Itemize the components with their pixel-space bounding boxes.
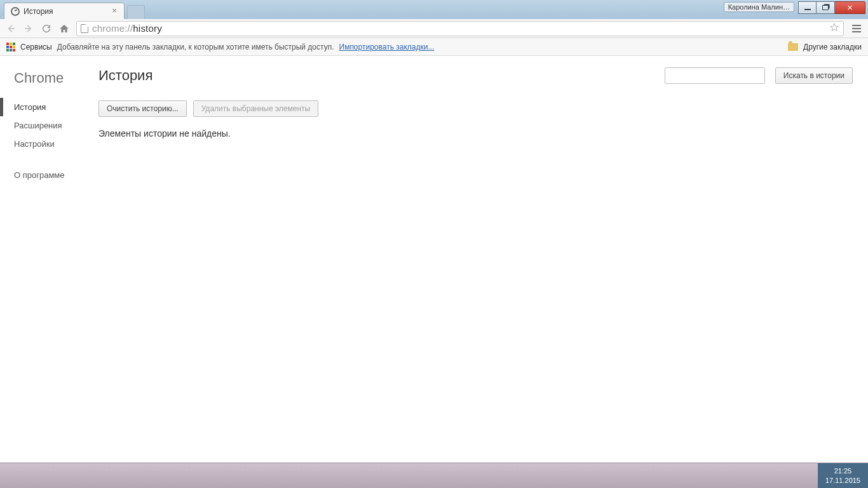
address-bar[interactable]: chrome://history (76, 21, 844, 36)
hamburger-icon (852, 25, 861, 26)
reload-button[interactable] (41, 23, 52, 34)
window-controls: ✕ (798, 1, 865, 14)
tray-date: 17.11.2015 (825, 476, 860, 485)
settings-sidebar: Chrome История Расширения Настройки О пр… (0, 56, 98, 463)
clock-icon (11, 7, 20, 16)
home-button[interactable] (58, 23, 70, 34)
star-icon (829, 22, 839, 32)
close-icon[interactable]: × (110, 7, 119, 16)
minimize-button[interactable] (798, 1, 817, 14)
tab-title: История (24, 7, 106, 16)
empty-state-text: Элементы истории не найдены. (98, 128, 853, 139)
bookmark-star-button[interactable] (829, 22, 839, 35)
page-header: История Искать в истории (98, 67, 853, 84)
import-bookmarks-link[interactable]: Импортировать закладки... (339, 43, 435, 51)
minimize-icon (804, 9, 811, 10)
windows-taskbar[interactable]: 21:25 17.11.2015 (0, 463, 868, 488)
tab-strip: История × (0, 0, 145, 19)
chrome-menu-button[interactable] (850, 23, 863, 34)
page-content: Chrome История Расширения Настройки О пр… (0, 56, 868, 463)
browser-tab[interactable]: История × (4, 3, 125, 19)
bookmark-bar: Сервисы Добавляйте на эту панель закладк… (0, 38, 868, 56)
folder-icon (788, 43, 798, 51)
apps-label[interactable]: Сервисы (20, 43, 52, 51)
bookmark-hint: Добавляйте на эту панель закладки, к кот… (57, 43, 334, 51)
window-titlebar: История × Каролина Малин… ✕ (0, 0, 868, 19)
system-tray-clock[interactable]: 21:25 17.11.2015 (818, 463, 868, 488)
sidebar-item-history[interactable]: История (0, 98, 98, 116)
sidebar-item-settings[interactable]: Настройки (0, 135, 98, 153)
arrow-right-icon (24, 24, 34, 34)
maximize-button[interactable] (817, 1, 835, 14)
history-search-input[interactable] (665, 67, 765, 84)
profile-badge[interactable]: Каролина Малин… (724, 2, 794, 12)
arrow-left-icon (6, 24, 16, 34)
action-row: Очистить историю... Удалить выбранные эл… (98, 100, 853, 117)
delete-selected-button: Удалить выбранные элементы (193, 100, 318, 117)
sidebar-brand: Chrome (0, 67, 98, 98)
main-panel: История Искать в истории Очистить истори… (98, 56, 868, 463)
tray-time: 21:25 (834, 466, 852, 476)
page-icon (81, 24, 88, 33)
forward-button[interactable] (23, 23, 34, 34)
sidebar-item-about[interactable]: О программе (0, 166, 98, 184)
back-button[interactable] (5, 23, 17, 34)
other-bookmarks-button[interactable]: Другие закладки (803, 43, 862, 51)
maximize-icon (822, 5, 829, 10)
window-close-button[interactable]: ✕ (835, 1, 865, 14)
clear-history-button[interactable]: Очистить историю... (98, 100, 187, 117)
new-tab-button[interactable] (127, 5, 145, 19)
address-text: chrome://history (92, 23, 825, 34)
nav-toolbar: chrome://history (0, 19, 868, 38)
apps-icon[interactable] (6, 43, 15, 51)
sidebar-item-extensions[interactable]: Расширения (0, 116, 98, 135)
search-history-button[interactable]: Искать в истории (775, 67, 853, 84)
reload-icon (41, 24, 51, 34)
home-icon (59, 24, 69, 34)
page-title: История (98, 67, 153, 84)
